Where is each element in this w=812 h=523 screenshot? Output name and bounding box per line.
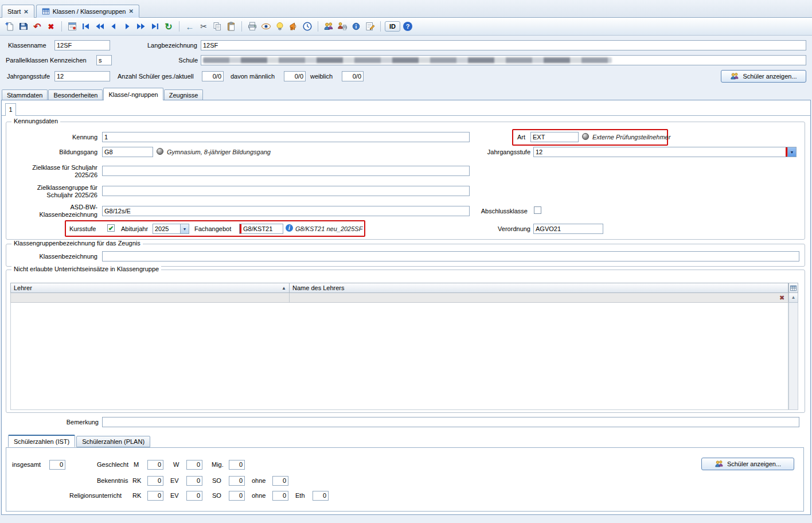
fast-previous-button[interactable] xyxy=(93,20,106,33)
close-icon[interactable]: ✕ xyxy=(24,9,28,15)
paste-button[interactable] xyxy=(225,20,237,33)
schule-field[interactable] xyxy=(201,55,806,65)
undo-button[interactable]: ↶ xyxy=(31,20,44,33)
cut-button[interactable]: ✂ xyxy=(197,20,210,33)
r-rk-field[interactable]: 0 xyxy=(147,491,163,501)
print-button[interactable] xyxy=(246,20,259,33)
teacher-print-icon xyxy=(337,21,348,32)
delete-button[interactable]: ✖ xyxy=(45,20,57,33)
back-button[interactable]: ← xyxy=(184,20,196,33)
anzahl-schueler-field[interactable]: 0/0 xyxy=(202,71,224,81)
main-tab-strip: Stammdaten Besonderheiten Klasse/-ngrupp… xyxy=(0,87,812,100)
zielklassengruppe-field[interactable] xyxy=(102,186,470,196)
students-button[interactable] xyxy=(322,20,335,33)
subtab-1[interactable]: 1 xyxy=(5,103,16,116)
b-ohne-field[interactable]: 0 xyxy=(272,476,288,486)
jahrgangsstufe-combo[interactable]: 12 ▼ xyxy=(533,147,797,157)
tab-stammdaten-label: Stammdaten xyxy=(7,92,42,99)
chevron-down-icon[interactable]: ▼ xyxy=(180,224,189,233)
id-button[interactable]: ID xyxy=(385,21,400,32)
maennlich-field[interactable]: 0/0 xyxy=(284,71,306,81)
tab-schuelerzahlen-ist[interactable]: Schülerzahlen (IST) xyxy=(8,435,75,447)
teacher-print-button[interactable] xyxy=(336,20,349,33)
last-record-button[interactable] xyxy=(149,20,161,33)
preview-button[interactable] xyxy=(260,20,272,33)
form-view-button[interactable] xyxy=(66,20,79,33)
abschlussklasse-checkbox[interactable]: ✔ xyxy=(534,206,541,214)
insgesamt-field[interactable]: 0 xyxy=(49,460,65,470)
schueler-anzeigen-button[interactable]: Schüler anzeigen... xyxy=(721,70,806,83)
langbezeichnung-field[interactable]: 12SF xyxy=(201,40,806,50)
kennung-field[interactable]: 1 xyxy=(102,132,470,142)
column-header-name[interactable]: Name des Lehrers xyxy=(289,283,788,293)
new-record-button[interactable] xyxy=(3,20,16,33)
klassenbezeichnung-field[interactable] xyxy=(102,251,799,262)
r-ev-field[interactable]: 0 xyxy=(186,491,202,501)
save-icon xyxy=(18,21,29,32)
tab-besonderheiten[interactable]: Besonderheiten xyxy=(48,89,103,100)
notes-button[interactable] xyxy=(364,20,376,33)
b-ev-field[interactable]: 0 xyxy=(186,476,202,486)
mig-field[interactable]: 0 xyxy=(229,460,245,470)
tab-start[interactable]: Start ✕ xyxy=(2,5,34,18)
art-field[interactable]: EXT xyxy=(530,132,579,142)
r-so-field[interactable]: 0 xyxy=(229,491,245,501)
tab-klasse-ngruppen[interactable]: Klasse/-ngruppen xyxy=(103,88,163,100)
chevron-down-icon[interactable]: ▼ xyxy=(787,147,796,157)
asd-bw-field[interactable]: G8/12s/E xyxy=(102,206,470,216)
bemerkung-field[interactable] xyxy=(102,417,799,427)
hint-button[interactable] xyxy=(274,20,286,33)
b-rk-field[interactable]: 0 xyxy=(147,476,163,486)
klassenname-field[interactable]: 12SF xyxy=(54,40,110,50)
weiblich-field[interactable]: 0/0 xyxy=(342,71,364,81)
copy-button[interactable] xyxy=(211,20,224,33)
last-record-icon xyxy=(150,22,159,31)
r-ohne-field[interactable]: 0 xyxy=(272,491,288,501)
save-button[interactable] xyxy=(17,20,30,33)
fachangebot-field[interactable]: G8/KST21 neu xyxy=(239,224,283,234)
first-record-button[interactable] xyxy=(80,20,92,33)
toolbar-separator xyxy=(61,21,62,32)
zielklasse-field[interactable] xyxy=(102,166,470,176)
kennungsdaten-legend: Kennungsdaten xyxy=(11,118,60,124)
clear-filter-icon[interactable]: ✖ xyxy=(778,294,786,302)
abiturjahr-combo[interactable]: 2025 ▼ xyxy=(153,224,189,234)
kursstufe-checkbox[interactable]: ✔ xyxy=(107,224,115,232)
verordnung-field[interactable]: AGVO21 xyxy=(533,224,603,234)
tab-klassen-klassengruppen[interactable]: Klassen / Klassengruppen ✕ xyxy=(36,5,139,18)
parallelklassen-label: Parallelklassen Kennzeichen xyxy=(6,57,87,64)
m-field[interactable]: 0 xyxy=(147,460,163,470)
vertical-scrollbar[interactable] xyxy=(788,303,798,410)
info-button[interactable] xyxy=(350,20,362,33)
abiturjahr-label: Abiturjahr xyxy=(121,225,148,233)
filter-cell-lehrer[interactable] xyxy=(10,293,290,303)
previous-record-button[interactable] xyxy=(107,20,120,33)
announcement-button[interactable] xyxy=(287,20,300,33)
next-record-button[interactable] xyxy=(121,20,134,33)
filter-cell-name[interactable] xyxy=(289,293,788,303)
schueler-anzeigen-button-ist[interactable]: Schüler anzeigen... xyxy=(701,458,794,470)
form-icon xyxy=(67,21,77,32)
history-button[interactable] xyxy=(301,20,314,33)
help-button[interactable]: ? xyxy=(401,20,414,33)
undo-icon: ↶ xyxy=(33,21,41,32)
scroll-up-icon[interactable]: ▲ xyxy=(788,293,798,303)
refresh-button[interactable]: ↻ xyxy=(162,20,175,33)
header-form: Klassenname 12SF Langbezeichnung 12SF Pa… xyxy=(0,36,812,87)
tab-zeugnisse[interactable]: Zeugnisse xyxy=(164,89,204,100)
bildungsgang-field[interactable]: G8 xyxy=(102,147,153,157)
column-header-lehrer[interactable]: Lehrer ▲ xyxy=(10,283,290,293)
tab-stammdaten[interactable]: Stammdaten xyxy=(2,89,48,100)
table-config-button[interactable] xyxy=(788,283,798,293)
tab-schuelerzahlen-plan[interactable]: Schülerzahlen (PLAN) xyxy=(76,436,150,447)
close-icon[interactable]: ✕ xyxy=(128,8,133,14)
parallelklassen-field[interactable]: s xyxy=(96,55,112,65)
table-body[interactable] xyxy=(10,303,788,410)
tab-zeugnisse-label: Zeugnisse xyxy=(169,92,198,99)
b-so-field[interactable]: 0 xyxy=(229,476,245,486)
jahrgangsstufe-field[interactable]: 12 xyxy=(54,71,110,81)
fast-next-button[interactable] xyxy=(135,20,147,33)
eth-field[interactable]: 0 xyxy=(313,491,329,501)
w-field[interactable]: 0 xyxy=(186,460,202,470)
abiturjahr-combo-value: 2025 xyxy=(153,224,180,233)
